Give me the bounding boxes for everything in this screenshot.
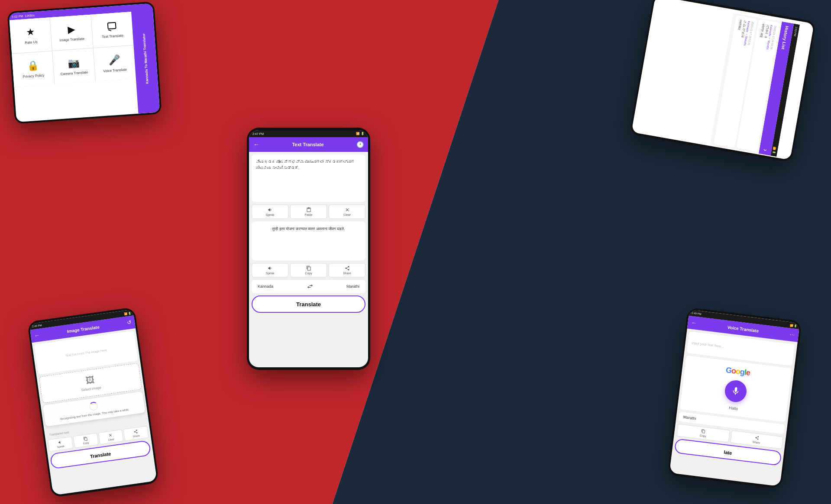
swap-icon[interactable]: [307, 283, 314, 290]
phone-text-translate: 2:47 PM 📶 🔋 ← Text Translate 🕐 ನೀವು ಇತರ …: [247, 128, 370, 370]
copy-label: Copy: [305, 272, 312, 275]
translate-main-button[interactable]: Translate: [252, 295, 365, 313]
mic-button[interactable]: [724, 379, 748, 403]
voice-label: Voice Translate: [103, 67, 127, 73]
voice-icon: 🎤: [108, 54, 121, 66]
star-icon: ★: [26, 26, 36, 38]
phone-voice-translate: 2:49 PM 📶 🔋 ← Voice Translate ⋯ Input yo…: [667, 307, 802, 488]
clear-icon: [345, 207, 350, 212]
phone5-share-label: Share: [753, 440, 760, 444]
text-get-label: Text Get From The Image Here: [65, 348, 107, 357]
speak-input-button[interactable]: Speak: [252, 205, 288, 219]
phone5-copy-label: Copy: [699, 434, 706, 438]
phone5-title: Voice Translate: [727, 324, 759, 333]
phone3-translate-label: Translate: [90, 451, 111, 459]
phone3-share-label: Share: [133, 434, 140, 438]
phone1-status-info: 12KB/s: [25, 13, 35, 17]
phone5-translate-label: late: [724, 449, 732, 456]
phone3-copy-label: Copy: [83, 441, 89, 445]
share-icon: [345, 266, 350, 271]
svg-rect-0: [108, 22, 116, 29]
phone3-signal: 📶 🔋: [124, 311, 131, 315]
camera-label: Camera Translate: [61, 70, 88, 76]
rate-us-label: Rate Us: [25, 40, 37, 45]
loading-spinner: [89, 401, 99, 411]
menu-item-camera[interactable]: 📷 Camera Translate: [52, 48, 95, 84]
translated-label: Translated text: [49, 431, 69, 437]
phone4-time: 2:53 PM: [793, 26, 798, 36]
speak-input-icon: [268, 207, 273, 212]
output-text: तुम्ही इतर योजना करण्यात व्यस्त असताना ज…: [256, 226, 361, 232]
share-label: Share: [343, 272, 351, 275]
speak-output-label: Speak: [266, 272, 275, 275]
phone-menu: Kannada To Marathi Translator 5:02 PM 12…: [7, 1, 162, 124]
source-lang: Kannada: [258, 284, 273, 289]
phone4-title: History List: [781, 26, 789, 50]
phone3-back-icon[interactable]: ←: [34, 332, 40, 339]
phone-history: 2:53 PM 📶 🔋 History List › 2020-11-17 14…: [629, 0, 816, 162]
paste-button[interactable]: Paste: [290, 205, 327, 219]
phone5-settings-icon[interactable]: ⋯: [789, 331, 795, 338]
menu-item-image-translate[interactable]: ▶ Image Translate: [50, 15, 93, 51]
phone5-back-icon[interactable]: ←: [691, 320, 697, 326]
phone5-input-placeholder: Input your text here...: [691, 340, 724, 348]
camera-icon: 📷: [68, 57, 80, 69]
phone4-arrow-icon[interactable]: ›: [761, 148, 770, 152]
privacy-label: Privacy Policy: [23, 74, 44, 79]
speak-input-label: Speak: [266, 213, 275, 216]
paste-label: Paste: [305, 213, 313, 216]
phone3-speak-label: Speak: [57, 445, 65, 448]
phone3-refresh-icon[interactable]: ↺: [126, 319, 132, 326]
target-lang: Marathi: [346, 284, 359, 289]
phone1-status-time: 5:02 PM: [12, 14, 23, 18]
menu-item-voice[interactable]: 🎤 Voice Translate: [93, 45, 136, 81]
mic-icon: [730, 386, 741, 397]
phone5-signal: 📶 🔋: [790, 324, 797, 327]
image-translate-icon: ▶: [67, 23, 75, 35]
clear-label: Clear: [343, 213, 351, 216]
phone2-signal: 📶 🔋: [356, 132, 365, 135]
back-icon[interactable]: ←: [253, 141, 259, 148]
phone5-time: 2:49 PM: [692, 311, 702, 315]
phone4-signal: 📶 🔋: [773, 147, 777, 154]
text-translate-icon: [107, 21, 118, 32]
phone3-clear-label: Clear: [108, 438, 114, 441]
speak-output-icon: [268, 266, 273, 271]
google-logo: Google: [725, 366, 750, 378]
menu-item-text-translate[interactable]: Text Translate: [91, 12, 133, 48]
history-icon[interactable]: 🕐: [356, 141, 364, 148]
clear-button[interactable]: Clear: [329, 205, 365, 219]
phone3-title: Image Translate: [67, 324, 100, 334]
menu-item-privacy[interactable]: 🔒 Privacy Policy: [12, 51, 54, 87]
copy-icon: [306, 266, 311, 271]
phone2-title: Text Translate: [292, 142, 323, 147]
paste-icon: [306, 207, 311, 212]
menu-item-rate-us[interactable]: ★ Rate Us: [10, 17, 52, 53]
phone2-status-time: 2:47 PM: [252, 132, 264, 135]
sidebar-title: Kannada To Marathi Translator: [140, 31, 151, 86]
phone3-time: 2:49 PM: [32, 324, 42, 328]
svg-line-1: [108, 29, 111, 31]
image-translate-label: Image Translate: [59, 37, 84, 42]
phone5-target-lang: Marathi: [683, 415, 696, 421]
translate-btn-label: Translate: [296, 301, 321, 308]
voice-sample-text: Hallo: [729, 406, 738, 411]
privacy-icon: 🔒: [27, 60, 39, 72]
input-text: ನೀವು ಇತರ ಯೋಜನೆಗಳನ್ನು ಮಾಡುವಾಗಲೇ ಸ್ರತರಾಗಲ್…: [256, 159, 361, 171]
speak-output-button[interactable]: Speak: [252, 263, 288, 277]
share-button[interactable]: Share: [329, 263, 365, 277]
text-translate-label: Text Translate: [102, 34, 123, 39]
copy-button[interactable]: Copy: [290, 263, 327, 277]
